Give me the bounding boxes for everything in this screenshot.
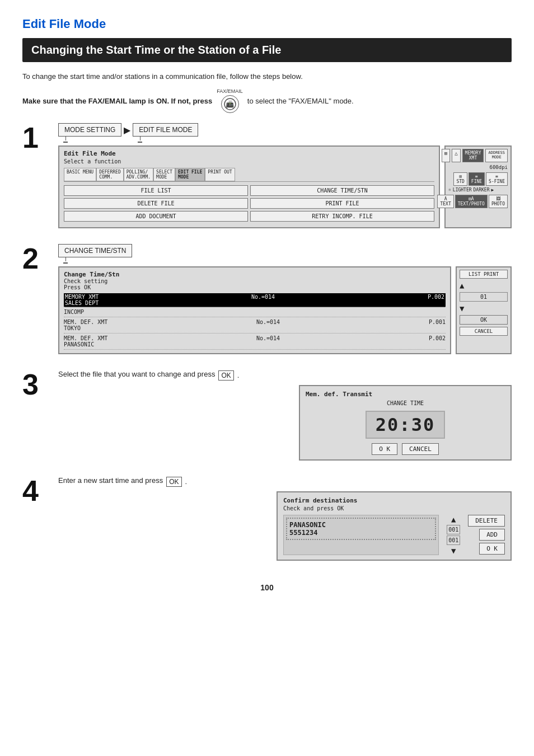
- step-3-change-time-label: CHANGE TIME: [306, 400, 505, 406]
- step-4-period: .: [185, 477, 188, 486]
- step2-ok-btn[interactable]: OK: [460, 315, 508, 325]
- step-4-text-row: Enter a new start time and press OK .: [58, 476, 512, 487]
- change-time-stn-nav-box: CHANGE TIME/STN: [58, 244, 132, 257]
- change-time-stn-btn[interactable]: CHANGE TIME/STN: [250, 185, 434, 196]
- tab-polling[interactable]: POLLING/ADV.COMM.: [124, 168, 153, 181]
- step-3-number: 3: [22, 370, 49, 399]
- step-3-cancel-btn[interactable]: CANCEL: [402, 443, 439, 455]
- step-1-screen-title: Edit File Mode: [64, 150, 434, 157]
- file-entry-1[interactable]: MEMORY XMT No.=014 P.002 SALES DEPT: [64, 293, 446, 307]
- step4-ok-btn[interactable]: O K: [479, 543, 505, 555]
- step4-delete-btn[interactable]: DELETE: [468, 515, 505, 527]
- triangle-icon: △: [452, 149, 460, 162]
- fine-btn[interactable]: ≡FINE: [469, 172, 485, 186]
- tab-print-out[interactable]: PRINT OUT: [205, 168, 235, 181]
- lighter-darker-row: ☼ LIGHTER DARKER ▶: [448, 187, 508, 192]
- entry-panasonic-num: 5551234: [289, 529, 433, 537]
- edit-file-mode-box: EDIT FILE MODE: [133, 123, 198, 137]
- step-2-box-wrap: CHANGE TIME/STN: [58, 244, 512, 262]
- step-2-side: LIST PRINT ▲ 01 ▼ OK CANCEL: [456, 266, 512, 354]
- textphoto-btn[interactable]: ⊞ATEXT/PHOTO: [455, 195, 488, 208]
- text-photo-row: ATEXT ⊞ATEXT/PHOTO 🖼PHOTO: [448, 195, 508, 208]
- file-entry-2[interactable]: MEM. DEF. XMT No.=014 P.001 TOKYO: [64, 317, 446, 334]
- step-3-ok-label: OK: [218, 370, 233, 381]
- step-1-screen: Edit File Mode Select a function BASIC M…: [58, 145, 512, 228]
- entry2-name: TOKYO: [64, 325, 81, 331]
- step-4-panel-wrap: Confirm destinations Check and press OK …: [58, 491, 512, 561]
- fax-email-icon: 📠: [221, 95, 239, 113]
- print-file-btn[interactable]: PRINT FILE: [250, 198, 434, 209]
- step-3: 3 Select the file that you want to chang…: [22, 370, 512, 461]
- step-3-ok-btn[interactable]: O K: [372, 443, 397, 455]
- step2-scroll-up[interactable]: ▲: [460, 281, 508, 290]
- step-1: 1 MODE SETTING ▶ EDIT FILE MODE Edit Fil…: [22, 123, 512, 228]
- step-4-scroll: ▲ 001 001 ▼: [447, 515, 460, 555]
- menu-row-1: FILE LIST CHANGE TIME/STN: [64, 185, 434, 196]
- step-3-text: Select the file that you want to change …: [58, 370, 215, 378]
- add-document-btn[interactable]: ADD DOCUMENT: [64, 211, 248, 222]
- file-entry-1-row2: SALES DEPT: [65, 300, 444, 306]
- step-4-screen: Confirm destinations Check and press OK …: [277, 491, 512, 561]
- step-4-screen-subtitle: Check and press OK: [283, 505, 505, 511]
- step4-page-num: 001: [447, 525, 460, 534]
- step4-scroll-down[interactable]: ▼: [451, 546, 456, 555]
- fax-lamp-text-before: Make sure that the FAX/EMAIL lamp is ON.…: [22, 97, 212, 105]
- photo-btn[interactable]: 🖼PHOTO: [489, 195, 508, 208]
- step-3-time-display: 20:30: [366, 411, 445, 439]
- tab-select-mode[interactable]: SELECTMODE: [153, 168, 175, 181]
- step-2-subtitle: Check setting: [64, 278, 446, 284]
- menu-row-2: DELETE FILE PRINT FILE: [64, 198, 434, 209]
- file-entry-1-row1: MEMORY XMT No.=014 P.002: [65, 294, 444, 300]
- step-4-text: Enter a new start time and press: [58, 476, 163, 485]
- entry3-type: MEM. DEF. XMT: [64, 335, 107, 341]
- step4-scroll-up[interactable]: ▲: [451, 515, 456, 524]
- step4-add-btn[interactable]: ADD: [479, 529, 505, 541]
- right-arrow-icon: ▶: [491, 187, 494, 192]
- step-1-number: 1: [22, 123, 49, 152]
- step-3-period: .: [237, 371, 240, 379]
- retry-incomp-btn[interactable]: RETRY INCOMP. FILE: [250, 211, 434, 222]
- fax-lamp-text-after: to select the "FAX/EMAIL" mode.: [247, 97, 354, 105]
- step4-page-num2: 001: [447, 536, 460, 545]
- sfine-btn[interactable]: ≡S-FINE: [486, 172, 508, 186]
- step-3-btn-row: O K CANCEL: [306, 443, 505, 455]
- text-btn[interactable]: ATEXT: [437, 195, 453, 208]
- step2-page-num: 01: [460, 292, 508, 302]
- section-header: Changing the Start Time or the Station o…: [22, 38, 512, 62]
- entry1-name: SALES DEPT: [65, 300, 99, 306]
- step-4: 4 Enter a new start time and press OK . …: [22, 476, 512, 561]
- page-title: Edit File Mode: [22, 17, 512, 31]
- file-entry-incomp[interactable]: INCOMP: [64, 307, 446, 317]
- step-4-entry-panasonic[interactable]: PANASONIC 5551234: [286, 518, 436, 540]
- step-2-number: 2: [22, 244, 49, 273]
- menu-tabs: BASIC MENU DEFERREDCOMM. POLLING/ADV.COM…: [64, 168, 434, 182]
- entry1-pages: P.002: [428, 294, 444, 300]
- step-4-side-btns: DELETE ADD O K: [468, 515, 505, 555]
- step-3-panel-wrap: Mem. def. Transmit CHANGE TIME 20:30 O K…: [58, 385, 512, 461]
- tab-deferred[interactable]: DEFERREDCOMM.: [96, 168, 124, 181]
- tab-basic-menu[interactable]: BASIC MENU: [64, 168, 96, 181]
- step-2-content: CHANGE TIME/STN Change Time/Stn Check se…: [58, 244, 512, 354]
- file-list-btn[interactable]: FILE LIST: [64, 185, 248, 196]
- list-print-btn[interactable]: LIST PRINT: [460, 270, 508, 279]
- std-btn[interactable]: ⊞STD: [453, 172, 467, 186]
- step2-cancel-btn[interactable]: CANCEL: [460, 327, 508, 336]
- file-entry-3[interactable]: MEM. DEF. XMT No.=014 P.002 PANASONIC: [64, 334, 446, 350]
- darker-label: DARKER: [474, 187, 490, 192]
- step-1-content: MODE SETTING ▶ EDIT FILE MODE Edit File …: [58, 123, 512, 228]
- step-3-text-row: Select the file that you want to change …: [58, 370, 512, 381]
- fax-icon-wrap: FAX/EMAIL 📠: [217, 88, 243, 113]
- step-4-inner: PANASONIC 5551234 ▲ 001 001 ▼ DELETE ADD…: [283, 515, 505, 555]
- page-number: 100: [22, 583, 512, 592]
- step-2-main-screen: Change Time/Stn Check setting Press OK M…: [58, 266, 451, 354]
- step2-scroll-down[interactable]: ▼: [460, 304, 508, 313]
- entry-panasonic-name: PANASONIC: [289, 521, 433, 529]
- lighter-icon: ☼: [448, 187, 451, 192]
- intro-text: To change the start time and/or stations…: [22, 72, 512, 81]
- delete-file-btn[interactable]: DELETE FILE: [64, 198, 248, 209]
- step-4-screen-title: Confirm destinations: [283, 497, 505, 504]
- step-2-screen: Change Time/Stn Check setting Press OK M…: [58, 266, 512, 354]
- tab-edit-file[interactable]: EDIT FILEMODE: [175, 168, 205, 181]
- step-3-screen: Mem. def. Transmit CHANGE TIME 20:30 O K…: [299, 385, 512, 461]
- entry2-type: MEM. DEF. XMT: [64, 319, 107, 325]
